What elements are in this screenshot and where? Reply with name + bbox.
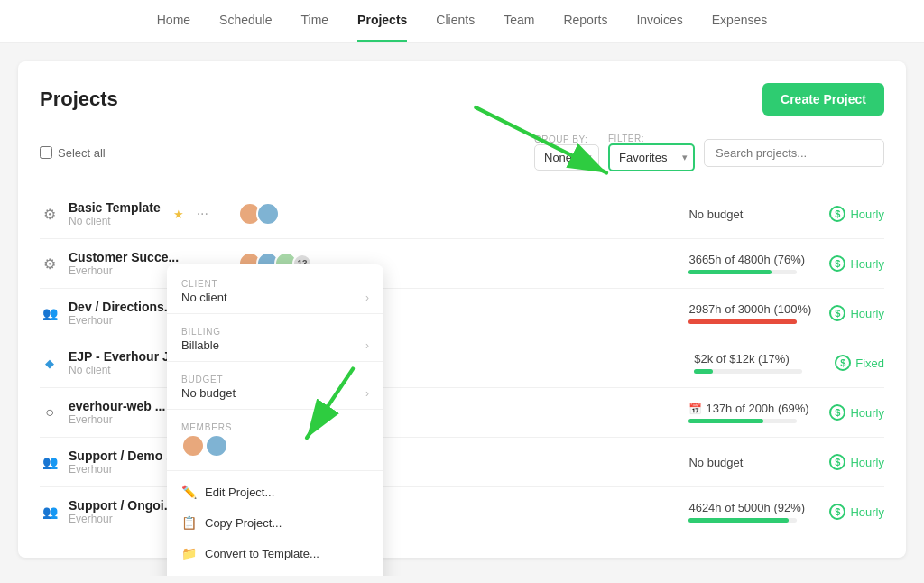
- billing-type: Hourly: [850, 257, 884, 271]
- avatar: [205, 434, 228, 458]
- convert-template-label: Convert to Template...: [205, 547, 319, 560]
- project-icon: ◆: [40, 353, 60, 373]
- edit-project-label: Edit Project...: [205, 486, 274, 499]
- ctx-divider: [167, 470, 383, 471]
- budget-bar: [688, 419, 763, 423]
- top-nav: Home Schedule Time Projects Clients Team…: [0, 0, 924, 43]
- filter-group: GROUP BY: None FILTER: Favorites: [534, 134, 884, 171]
- nav-home[interactable]: Home: [157, 13, 190, 42]
- project-client: Everhour: [69, 264, 179, 277]
- budget-bar: [688, 319, 797, 324]
- budget-bar: [688, 270, 771, 274]
- billing-icon: $: [829, 206, 845, 222]
- edit-project-item[interactable]: ✏️ Edit Project...: [167, 477, 383, 507]
- project-icon: 👥: [40, 502, 60, 522]
- ctx-budget-label: BUDGET: [181, 375, 369, 384]
- chevron-right-icon: ›: [365, 339, 369, 352]
- billing-type: Hourly: [850, 208, 884, 221]
- project-client: No client: [69, 364, 180, 376]
- nav-reports[interactable]: Reports: [563, 13, 607, 42]
- ctx-divider: [167, 361, 383, 362]
- budget-text: $2k of $12k (17%): [694, 352, 820, 366]
- search-input[interactable]: [704, 139, 884, 167]
- more-options-button[interactable]: ···: [197, 206, 208, 222]
- convert-icon: 📁: [181, 546, 196, 560]
- nav-invoices[interactable]: Invoices: [636, 13, 682, 42]
- recently-deleted-item[interactable]: 🕐 Recently Deleted Tasks...: [167, 569, 383, 576]
- ctx-divider: [167, 409, 383, 410]
- project-icon: ○: [40, 403, 60, 422]
- ctx-client-label: CLIENT: [181, 279, 369, 289]
- nav-schedule[interactable]: Schedule: [219, 13, 272, 42]
- billing-icon: $: [829, 504, 845, 520]
- ctx-billing-label: BILLING: [181, 327, 369, 337]
- ctx-members-avatars: [181, 434, 369, 458]
- budget-bar-wrap: [694, 369, 802, 374]
- table-row: ⚙ Basic Template No client ★ ··· No budg…: [40, 190, 884, 239]
- filter-label: FILTER:: [608, 134, 695, 143]
- group-by-select[interactable]: None: [534, 144, 599, 171]
- billing-icon: $: [829, 255, 845, 272]
- billing-type: Hourly: [850, 505, 884, 519]
- filter-select[interactable]: Favorites: [608, 143, 695, 171]
- billing-icon: $: [835, 355, 851, 371]
- project-icon: ⚙: [40, 254, 60, 273]
- project-icon: 👥: [40, 452, 60, 472]
- billing-col: $ Hourly: [829, 305, 884, 321]
- billing-icon: $: [829, 404, 845, 421]
- filter-filter: FILTER: Favorites: [608, 134, 695, 171]
- billing-col: $ Hourly: [829, 504, 884, 520]
- project-name: Basic Template: [69, 200, 161, 215]
- avatar-group: [238, 202, 280, 226]
- nav-time[interactable]: Time: [301, 13, 329, 42]
- create-project-button[interactable]: Create Project: [762, 83, 884, 116]
- copy-icon: 📋: [181, 515, 196, 530]
- budget-bar: [688, 518, 788, 523]
- budget-bar-wrap: [688, 319, 797, 324]
- budget-text: 4624h of 5000h (92%): [688, 501, 815, 514]
- ctx-divider: [167, 313, 383, 314]
- ctx-budget-value[interactable]: No budget ›: [181, 386, 369, 400]
- billing-type: Hourly: [850, 456, 884, 469]
- chevron-right-icon: ›: [365, 387, 369, 400]
- group-by-filter: GROUP BY: None: [534, 134, 599, 171]
- project-icon: ⚙: [40, 204, 60, 224]
- budget-bar-wrap: [688, 270, 797, 274]
- project-icon: 👥: [40, 303, 60, 323]
- convert-template-item[interactable]: 📁 Convert to Template...: [167, 538, 383, 569]
- budget-bar-wrap: [688, 419, 797, 423]
- copy-project-label: Copy Project...: [205, 516, 282, 530]
- ctx-client-value[interactable]: No client ›: [181, 291, 369, 304]
- nav-projects[interactable]: Projects: [357, 13, 407, 42]
- billing-type: Fixed: [855, 356, 884, 370]
- star-icon[interactable]: ★: [173, 208, 184, 221]
- budget-text: No budget: [688, 208, 815, 221]
- avatar: [181, 434, 205, 458]
- nav-team[interactable]: Team: [504, 13, 534, 42]
- project-name: everhour-web ...: [69, 399, 165, 413]
- main-content: Projects Create Project Select all GROUP…: [18, 61, 906, 558]
- nav-expenses[interactable]: Expenses: [712, 13, 767, 42]
- edit-icon: ✏️: [181, 485, 196, 499]
- select-all-checkbox[interactable]: [40, 146, 52, 159]
- context-menu: CLIENT No client › BILLING Billable › BU…: [167, 264, 383, 576]
- copy-project-item[interactable]: 📋 Copy Project...: [167, 507, 383, 538]
- billing-icon: $: [829, 454, 845, 470]
- ctx-members-label: MEMBERS: [181, 422, 369, 432]
- filter-row: Select all GROUP BY: None FILTER: Favori…: [40, 134, 884, 171]
- project-client: No client: [69, 215, 161, 227]
- budget-text: 3665h of 4800h (76%): [688, 253, 815, 266]
- group-by-label: GROUP BY:: [534, 134, 599, 144]
- page-title: Projects: [40, 88, 118, 111]
- billing-col: $ Hourly: [829, 255, 884, 272]
- budget-bar: [694, 369, 712, 374]
- project-name: Dev / Directions...: [69, 300, 174, 314]
- billing-type: Hourly: [850, 406, 884, 420]
- project-name: Support / Demo ...: [69, 449, 177, 463]
- ctx-billing-value[interactable]: Billable ›: [181, 338, 369, 352]
- billing-col: $ Hourly: [829, 206, 884, 222]
- budget-text: 2987h of 3000h (100%): [688, 302, 815, 316]
- chevron-right-icon: ›: [365, 292, 369, 304]
- budget-text: No budget: [688, 456, 815, 469]
- nav-clients[interactable]: Clients: [436, 13, 475, 42]
